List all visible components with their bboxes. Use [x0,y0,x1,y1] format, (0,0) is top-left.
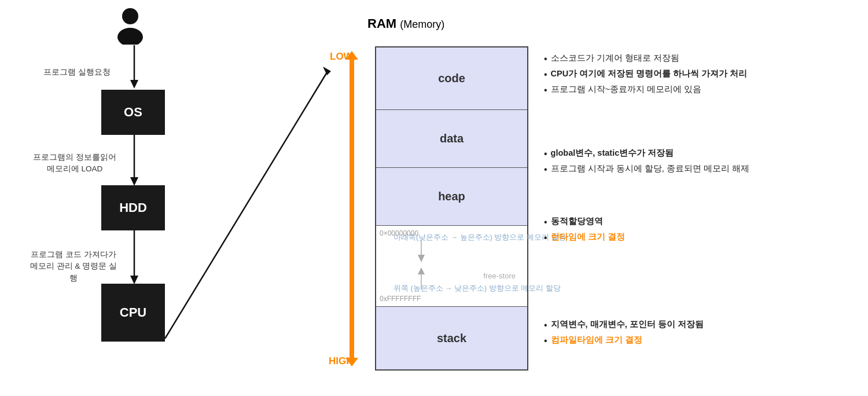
code-desc-3: • 프로그램 시작~종료까지 메모리에 있음 [544,82,845,98]
svg-marker-14 [418,255,425,262]
data-desc-2: • 프로그램 시작과 동시에 할당, 종료되면 메모리 해제 [544,162,845,177]
os-box: OS [101,90,165,135]
free-store-label: free-store [483,272,516,280]
heap-desc-2: • 런타임에 크기 결정 [544,230,845,245]
connector-line [165,43,350,339]
svg-point-0 [122,8,138,24]
ram-title: RAM (Memory) [367,16,444,31]
memory-column: code data heap 0×00000000 0xFFFFFFFF fre… [375,46,528,371]
low-high-arrow [343,51,361,366]
svg-marker-7 [130,276,138,284]
code-desc-1: • 소스코드가 기계어 형태로 저장됨 [544,51,845,67]
data-description: • global변수, static변수가 저장됨 • 프로그램 시작과 동시에… [544,146,845,177]
cpu-exec-label: 프로그램 코드 가져다가메모리 관리 & 명령문 실행 [27,249,120,284]
heap-desc-1: • 동적할당영역 [544,214,845,230]
data-segment: data [376,110,527,168]
data-desc-1: • global변수, static변수가 저장됨 [544,146,845,162]
svg-marker-5 [130,177,138,186]
svg-marker-11 [345,51,358,60]
stack-segment: stack [376,307,527,369]
svg-marker-9 [323,67,331,75]
svg-marker-12 [345,358,358,366]
arrow-os-hdd [128,135,140,190]
svg-line-8 [165,72,327,339]
load-label: 프로그램의 정보를읽어 메모리에 LOAD [29,152,120,175]
code-segment: code [376,47,527,110]
stack-description: • 지역변수, 매개변수, 포인터 등이 저장됨 • 컴파일타임에 크기 결정 [544,317,845,349]
arrow-hdd-cpu [128,230,140,288]
cpu-box: CPU [101,284,165,342]
bottom-address: 0xFFFFFFFF [380,295,421,303]
code-description: • 소스코드가 기계어 형태로 저장됨 • CPU가 여기에 저장된 명령어를 … [544,51,845,98]
svg-point-1 [117,28,143,45]
request-label: 프로그램 실행요청 [34,67,120,78]
heap-description: • 동적할당영역 • 런타임에 크기 결정 [544,214,845,245]
person-icon [115,7,146,47]
svg-marker-3 [130,80,138,89]
code-desc-2: • CPU가 여기에 저장된 명령어를 하나씩 가져가 처리 [544,67,845,82]
arrow-person-os [128,45,140,91]
stack-desc-1: • 지역변수, 매개변수, 포인터 등이 저장됨 [544,317,845,333]
stack-up-arrow [415,267,427,291]
heap-down-arrow [415,240,427,263]
stack-desc-2: • 컴파일타임에 크기 결정 [544,333,845,349]
hdd-box: HDD [101,185,165,230]
heap-segment: heap [376,168,527,226]
svg-marker-16 [418,267,425,274]
main-diagram: 프로그램 실행요청 OS 프로그램의 정보를읽어 메모리에 LOAD HDD 프… [0,0,868,396]
